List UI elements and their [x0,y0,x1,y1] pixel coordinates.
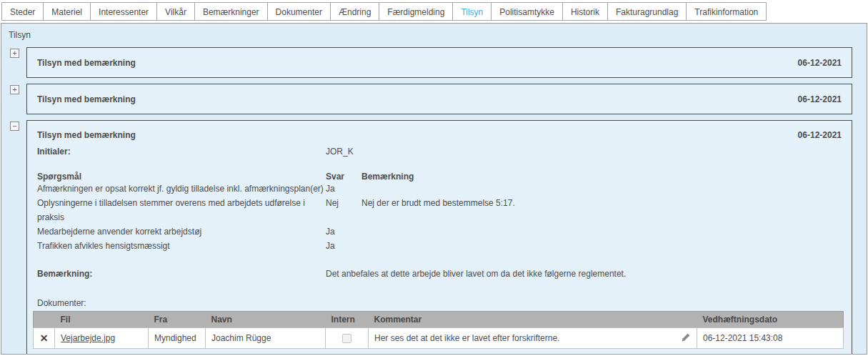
tab-politisamtykke[interactable]: Politisamtykke [491,2,563,21]
file-cell: Vejarbejde.jpg [55,328,149,349]
remark-col-header: Bemærkning [361,172,842,182]
tab-vilkaar[interactable]: Vilkår [156,2,195,21]
tab-bar: Steder Materiel Interessenter Vilkår Bem… [0,0,868,21]
inspection-date: 06-12-2021 [798,94,842,104]
question-row: Oplysningerne i tilladelsen stemmer over… [27,196,852,224]
answer-value: Ja [326,239,361,253]
question-text: Oplysningerne i tilladelsen stemmer over… [37,196,326,224]
remark-value: Nej der er brudt med bestemmelse 5:17. [361,196,842,224]
kommentar-col-header: Kommentar [369,312,697,328]
tab-historik[interactable]: Historik [562,2,608,21]
navn-cell: Joachim Rügge [206,328,326,349]
tab-dokumenter[interactable]: Dokumenter [267,2,331,21]
inspection-date: 06-12-2021 [798,130,842,140]
comment-cell: Her ses det at det ikke er lavet efter f… [369,328,697,349]
tab-interessenter[interactable]: Interessenter [90,2,157,21]
intern-col-header: Intern [326,312,369,328]
pencil-icon[interactable] [681,332,691,345]
remark-label: Bemærkning: [37,269,326,279]
fra-col-header: Fra [149,312,206,328]
answer-value: Ja [326,182,361,196]
panel-title: Tilsyn [1,24,867,47]
documents-table-wrap: Fil Fra Navn Intern Kommentar Vedhæftnin… [33,311,844,349]
answer-value: Ja [326,224,361,239]
inspection-title: Tilsyn med bemærkning [37,130,136,140]
file-link[interactable]: Vejarbejde.jpg [61,333,115,343]
inspection-section-3: − Tilsyn med bemærkning 06-12-2021 Initi… [1,120,867,355]
answer-value: Nej [326,196,361,224]
intern-checkbox[interactable] [342,334,351,343]
question-text: Trafikken afvikles hensigtsmæssigt [37,239,326,253]
tab-tilsyn[interactable]: Tilsyn [452,2,492,21]
question-row: Medarbejderne anvender korrekt arbejdstø… [27,224,852,239]
tab-faerdigmelding[interactable]: Færdigmelding [379,2,453,21]
question-row: Trafikken afvikles hensigtsmæssigt Ja [27,239,852,253]
inspection-header: Tilsyn med bemærkning 06-12-2021 [26,47,852,78]
collapse-icon[interactable]: − [10,122,19,131]
tab-bemaerkninger[interactable]: Bemærkninger [194,2,268,21]
questions-header: Spørgsmål Svar Bemærkning [27,172,852,182]
inspection-header: Tilsyn med bemærkning 06-12-2021 [27,121,852,140]
fil-col-header: Fil [55,312,149,328]
question-col-header: Spørgsmål [37,172,326,182]
comment-text: Her ses det at det ikke er lavet efter f… [374,333,559,343]
navn-col-header: Navn [206,312,326,328]
remark-value [361,182,842,196]
intern-cell [326,328,369,349]
tab-aendring[interactable]: Ændring [330,2,379,21]
inspection-detail: Tilsyn med bemærkning 06-12-2021 Initial… [26,120,852,355]
question-text: Medarbejderne anvender korrekt arbejdstø… [37,224,326,239]
question-text: Afmærkningen er opsat korrekt jf. gyldig… [37,182,326,196]
tab-fakturagrundlag[interactable]: Fakturagrundlag [607,2,687,21]
inspection-section-1: + Tilsyn med bemærkning 06-12-2021 [1,47,867,78]
tab-steder[interactable]: Steder [1,2,44,21]
tilsyn-panel: Tilsyn + Tilsyn med bemærkning 06-12-202… [1,23,867,355]
initials-row: Initialer: JOR_K [27,147,852,157]
answer-col-header: Svar [326,172,361,182]
inspection-title: Tilsyn med bemærkning [37,58,136,68]
remark-text: Det anbefales at dette arbejde bliver la… [326,269,842,279]
documents-label: Dokumenter: [27,298,852,308]
documents-table-header-row: Fil Fra Navn Intern Kommentar Vedhæftnin… [34,312,844,328]
remark-row: Bemærkning: Det anbefales at dette arbej… [27,269,852,279]
inspection-section-2: + Tilsyn med bemærkning 06-12-2021 [1,84,867,114]
expand-icon[interactable]: + [10,49,19,58]
delete-icon[interactable]: ✕ [34,328,55,349]
fra-cell: Myndighed [149,328,206,349]
documents-table: Fil Fra Navn Intern Kommentar Vedhæftnin… [33,311,844,349]
question-row: Afmærkningen er opsat korrekt jf. gyldig… [27,182,852,196]
expand-icon[interactable]: + [10,85,19,94]
remark-value [361,239,842,253]
initials-value: JOR_K [326,147,842,157]
initials-label: Initialer: [37,147,326,157]
dato-col-header: Vedhæftningsdato [697,312,844,328]
inspection-header: Tilsyn med bemærkning 06-12-2021 [26,84,852,114]
date-cell: 06-12-2021 15:43:08 [697,328,844,349]
remark-value [361,224,842,239]
delete-col-header [34,312,55,328]
inspection-date: 06-12-2021 [798,58,842,68]
tab-trafikinformation[interactable]: Trafikinformation [686,2,767,21]
inspection-title: Tilsyn med bemærkning [37,94,136,104]
document-row: ✕ Vejarbejde.jpg Myndighed Joachim Rügge [34,328,844,349]
tab-materiel[interactable]: Materiel [43,2,91,21]
